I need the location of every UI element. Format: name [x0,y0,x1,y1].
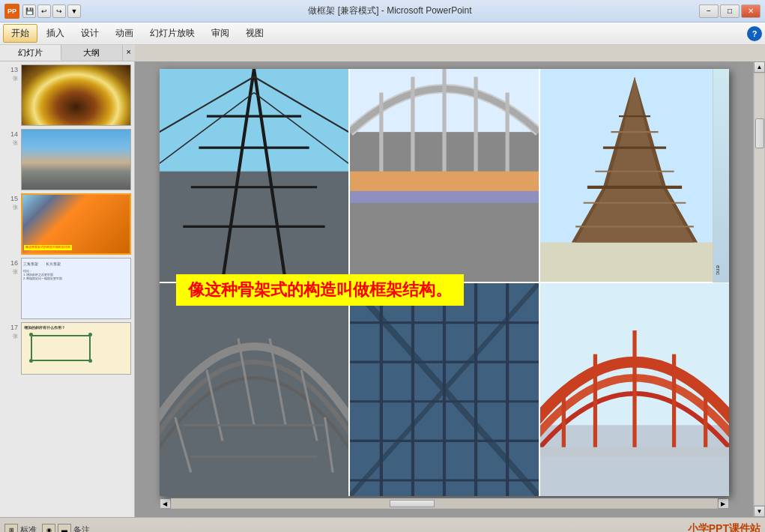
slide-thumb-15[interactable]: 像这种骨架式的构造叫做框架结构 [21,193,131,255]
image-steel-structure [160,283,348,496]
vscroll-track [754,73,765,506]
thumb-text-15: 像这种骨架式的构造叫做框架结构 [24,245,72,250]
thumb-dot-bl [29,359,33,363]
partial-text: enc [715,265,722,275]
status-icon-2[interactable]: ◉ [42,524,55,532]
structure-mid-svg [350,283,539,496]
slide-number-15: 15 [3,195,18,204]
slide-edit-area: 像这种骨架式的构造叫做框架结构。 enc ◀ ▶ [135,61,753,517]
list-item[interactable]: 17 张 增加的斜杆有什么作用？ [3,322,131,375]
eiffel-svg [540,69,729,282]
thumb-title-17: 增加的斜杆有什么作用？ [24,325,65,330]
slide-number-16: 16 [3,259,18,268]
menu-animation[interactable]: 动画 [108,25,141,42]
thumb-dot-tl [29,333,33,336]
statusbar-right: 小学PPT课件站 www.kjzhan.com [688,521,761,532]
list-item[interactable]: 16 张 三角形架 长方形架 结论： 1. 增加斜杆之后更牢固 2. 两端固定比… [3,258,131,319]
image-structure-bottom-mid [350,283,539,496]
thumb-image-14 [22,130,130,190]
slide-label-15: 张 [3,204,18,211]
list-item[interactable]: 14 张 [3,129,131,190]
save-button[interactable]: 💾 [22,4,36,18]
redo-button[interactable]: ↪ [52,4,66,18]
titlebar: PP 💾 ↩ ↪ ▼ 做框架 [兼容模式] - Microsoft PowerP… [0,0,765,22]
tab-outline[interactable]: 大纲 [61,45,123,61]
slide-number-17: 17 [3,324,18,333]
svg-rect-19 [350,172,539,191]
image-power-tower [160,69,348,282]
status-icon-1[interactable]: ⊞ [4,524,18,532]
slide-main-text: 像这种骨架式的构造叫做框架结构。 [188,279,452,301]
notes-label[interactable]: 备注 [73,525,90,533]
image-eiffel-tower [540,69,729,282]
thumb-dot-br [88,359,92,363]
thumb-text-label-16: 三角形架 长方形架 结论： 1. 增加斜杆之后更牢固 2. 两端固定比一端固定更… [23,262,62,280]
tab-slides[interactable]: 幻灯片 [0,45,61,61]
titlebar-left: PP 💾 ↩ ↪ ▼ [4,4,81,19]
slide-label-13: 张 [3,75,18,82]
app-icon: PP [4,4,19,19]
red-arch-svg [540,283,729,496]
view-controls: ⊞ 标准 ◉ ▬ 备注 [4,521,90,532]
slide-panel: 13 张 14 张 [0,61,135,517]
menu-review[interactable]: 审阅 [204,25,237,42]
hscroll-left-button[interactable]: ◀ [160,498,171,509]
menubar: 开始 插入 设计 动画 幻灯片放映 审阅 视图 ? [0,22,765,45]
minimize-button[interactable]: − [699,4,719,18]
restore-button[interactable]: □ [720,4,740,18]
menu-slideshow[interactable]: 幻灯片放映 [142,25,202,42]
thumb-dot-tr [88,333,92,336]
svg-rect-20 [350,191,539,203]
panels-area: 13 张 14 张 [0,61,765,517]
slide-right-partial: enc [713,69,729,282]
menu-insert[interactable]: 插入 [39,25,72,42]
close-button[interactable]: ✕ [741,4,761,18]
statusbar: ⊞ 标准 ◉ ▬ 备注 幻灯片 15/22 小学PPT课件站 www.kjzha… [0,517,765,532]
tower-svg [160,69,348,282]
hscroll-track [171,498,718,509]
slide-thumb-17[interactable]: 增加的斜杆有什么作用？ [21,322,131,375]
slide-number-13: 13 [3,66,18,75]
svg-rect-22 [540,242,729,282]
quick-access-toolbar: 💾 ↩ ↪ ▼ [22,4,81,18]
thumb-image-13 [22,65,130,125]
vscroll-thumb[interactable] [755,118,764,148]
slide-thumb-16[interactable]: 三角形架 长方形架 结论： 1. 增加斜杆之后更牢固 2. 两端固定比一端固定更… [21,258,131,319]
standard-view-label[interactable]: 标准 [20,525,37,533]
slide-thumb-13[interactable] [21,64,131,126]
customize-button[interactable]: ▼ [67,4,81,18]
horizontal-scrollbar: ◀ ▶ [160,498,729,510]
hscroll-thumb[interactable] [390,500,435,507]
slide-label-14: 张 [3,139,18,146]
undo-button[interactable]: ↩ [37,4,51,18]
thumb-image-17: 增加的斜杆有什么作用？ [22,323,130,374]
slide-number-14: 14 [3,130,18,139]
hscroll-right-button[interactable]: ▶ [718,498,729,509]
status-icon-3[interactable]: ▬ [58,524,71,532]
window-title: 做框架 [兼容模式] - Microsoft PowerPoint [81,4,699,17]
vertical-scrollbar: ▲ ▼ [753,61,765,517]
watermark-line1: 小学PPT课件站 [688,522,761,532]
menu-start[interactable]: 开始 [3,24,37,43]
list-item[interactable]: 13 张 [3,64,131,126]
menu-design[interactable]: 设计 [73,25,106,42]
steel-svg [160,283,348,496]
image-arch-bridge-red [540,283,729,496]
list-item[interactable]: 15 张 像这种骨架式的构造叫做框架结构 [3,193,131,255]
help-icon[interactable]: ? [747,26,762,41]
slide-thumb-14[interactable] [21,129,131,190]
main-content: 幻灯片 大纲 × 13 张 14 [0,45,765,532]
vscroll-up-button[interactable]: ▲ [754,61,765,73]
slide-text-overlay: 像这种骨架式的构造叫做框架结构。 [176,274,464,306]
vscroll-down-button[interactable]: ▼ [754,506,765,517]
menu-view[interactable]: 视图 [238,25,271,42]
svg-rect-62 [540,447,729,457]
slide-label-16: 张 [3,268,18,275]
slides-list: 13 张 14 张 [0,61,134,517]
window-controls: − □ ✕ [699,4,761,18]
panel-close-button[interactable]: × [123,45,135,61]
thumb-rect-17 [31,335,91,361]
bridge-svg [350,69,539,282]
statusbar-left: ⊞ 标准 ◉ ▬ 备注 幻灯片 15/22 [4,521,688,532]
slide-canvas[interactable]: 像这种骨架式的构造叫做框架结构。 enc [160,69,729,496]
